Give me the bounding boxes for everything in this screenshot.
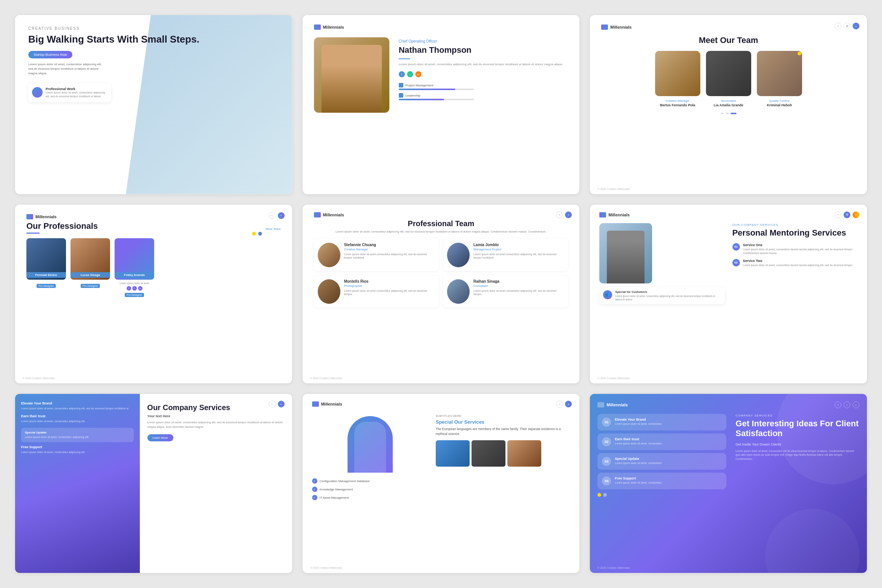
check-item-8b: ✓ Knowledge Management bbox=[312, 487, 428, 492]
arch-inner bbox=[354, 422, 386, 473]
card-desc-9d: Lorem ipsum dolor sit amet, consectetur bbox=[615, 481, 662, 485]
s-icon-3[interactable]: in bbox=[138, 286, 142, 291]
top-icons-4: ○ • bbox=[269, 212, 285, 219]
s-icon-1[interactable]: f bbox=[127, 286, 131, 291]
slide-8: Millennials ○ • ✓ Configuration Manageme… bbox=[303, 394, 580, 573]
prof-desc: Lorem ipsum dolor sit amet, consectetur … bbox=[46, 91, 107, 98]
skill-track-2 bbox=[399, 99, 474, 100]
slide-9: Millennials f ○ • 01 Elevate Your Brand … bbox=[590, 394, 867, 573]
member-name-1: Bertus Fernando Pola bbox=[655, 103, 700, 107]
role-5a: Creative Manager bbox=[344, 248, 435, 251]
slide-7-title: Our Company Services bbox=[147, 403, 285, 412]
icon-8b[interactable]: • bbox=[565, 401, 572, 407]
logo-text-8: Millennials bbox=[321, 402, 342, 406]
icon-filled-4[interactable]: • bbox=[278, 212, 285, 219]
dot-yellow-3 bbox=[798, 52, 801, 55]
more-team[interactable]: More Team bbox=[266, 227, 281, 231]
service-item-6a: 01 Service One Lorem ipsum dolor sit ame… bbox=[732, 243, 858, 255]
company-label-9: COMPANY SERVICES bbox=[736, 414, 859, 417]
member-card-5a: Stefannie Chuang Creative Manager Lorem … bbox=[314, 239, 439, 271]
customer-card-6: 👥 Special for Customers Lorem ipsum dolo… bbox=[599, 287, 724, 304]
slide-3-logo-bar: Millennials bbox=[601, 24, 856, 30]
role-title: Chief Operating Officer bbox=[399, 39, 568, 43]
icon-dot[interactable]: • bbox=[853, 23, 859, 29]
member-photo-1 bbox=[655, 51, 700, 96]
check-text-8c: IT Asset Management bbox=[320, 496, 349, 499]
slide-6-footer: © 2020 Creative Millennials bbox=[597, 377, 629, 380]
icon-filled-6[interactable]: ⚙ bbox=[844, 211, 850, 218]
divider bbox=[399, 58, 410, 59]
s-icon-2[interactable]: t bbox=[132, 286, 137, 291]
sub-title-8: Special Our Services bbox=[436, 419, 570, 425]
icon-7a: ○ bbox=[269, 401, 276, 407]
page-dot-active[interactable] bbox=[730, 113, 737, 114]
slide-9-left: 01 Elevate Your Brand Lorem ipsum dolor … bbox=[597, 414, 726, 497]
member-info-5a: Stefannie Chuang Creative Manager Lorem … bbox=[344, 243, 435, 260]
desc-text-9: Lorem ipsum dolor sit amet, consectetur … bbox=[736, 449, 859, 461]
arch-shape bbox=[348, 416, 393, 473]
dot-y-9 bbox=[597, 493, 601, 497]
member-name-3: Kriminal Heboh bbox=[757, 103, 802, 107]
social-fb[interactable]: f bbox=[399, 71, 405, 77]
icon-7b[interactable]: • bbox=[278, 401, 285, 407]
photo-5b bbox=[447, 243, 470, 267]
slide-1-title: Big Walking Starts With Small Steps. bbox=[28, 34, 279, 45]
photo-5d bbox=[447, 279, 470, 304]
slide-2-content: Chief Operating Officer Nathan Thompson … bbox=[314, 37, 568, 185]
logo-icon-4 bbox=[26, 214, 33, 219]
dot-w-9 bbox=[603, 493, 607, 497]
title-line-4 bbox=[26, 233, 40, 234]
icon-gear[interactable]: ⚙ bbox=[844, 23, 850, 29]
top-icons-8: ○ • bbox=[556, 401, 572, 407]
social-ig[interactable]: in bbox=[415, 71, 421, 77]
skill-fill-1 bbox=[399, 89, 455, 90]
pagination-3 bbox=[601, 113, 856, 114]
social-tw[interactable]: t bbox=[407, 71, 413, 77]
slide-7-item-1-desc: Lorem ipsum dolor sit amet, consectetur … bbox=[21, 407, 134, 410]
slide-5-desc: Lorem ipsum dolor sit amet, consectetur … bbox=[314, 230, 568, 233]
slide-6-content: 👥 Special for Customers Lorem ipsum dolo… bbox=[599, 223, 858, 304]
slide-1-btn[interactable]: Startup Business Now bbox=[28, 51, 72, 58]
sub-label-8: SUBTITLES HERE bbox=[436, 414, 570, 418]
card-num-9a: 01 bbox=[602, 418, 611, 427]
icon-circle-6: ○ bbox=[835, 211, 841, 218]
page-dot-1[interactable] bbox=[721, 113, 724, 114]
learn-btn-7[interactable]: Learn More bbox=[147, 434, 173, 441]
role-4a: Pro Designer bbox=[37, 284, 56, 288]
slide-7-special-title: Special Update bbox=[25, 431, 130, 434]
prof-title: Professional Work bbox=[46, 87, 107, 91]
card-desc-9b: Lorem ipsum dolor sit amet, consectetur bbox=[615, 442, 662, 446]
dot-blue-4 bbox=[258, 232, 262, 236]
skill-track-1 bbox=[399, 89, 474, 90]
service-card-9b: 02 Earn their trust Lorem ipsum dolor si… bbox=[597, 433, 726, 450]
slide-9-right: COMPANY SERVICES Get Interesting Ideas F… bbox=[734, 414, 859, 497]
slide-1-prof: Professional Work Lorem ipsum dolor sit … bbox=[28, 83, 111, 102]
skill-icon bbox=[399, 83, 403, 87]
icon-circle-5: ○ bbox=[556, 211, 563, 218]
slide-7-item-2-desc: Lorem ipsum dolor sit amet, consectetur … bbox=[21, 420, 134, 423]
desc-5b: Lorem ipsum dolor sit amet consectetur a… bbox=[473, 253, 564, 260]
service-desc-6a: Lorem ipsum dolor sit amet, consectetur … bbox=[743, 248, 858, 255]
logo-text-5: Millennials bbox=[323, 213, 344, 217]
slide-2: Millennials Chief Operating Officer Nath… bbox=[303, 15, 580, 194]
logo-text-4: Millennials bbox=[35, 214, 57, 219]
slide-8-items: ✓ Configuration Management Database ✓ Kn… bbox=[312, 478, 428, 500]
logo-icon-9 bbox=[597, 402, 604, 407]
icon-9c[interactable]: • bbox=[853, 401, 859, 408]
company-label-6: OUR COMPANY SERVICES bbox=[732, 223, 858, 227]
slide-3-title: Meet Our Team bbox=[601, 35, 856, 45]
desc-5d: Lorem ipsum dolor sit amet consectetur a… bbox=[473, 289, 564, 297]
slide-8-logo-bar: Millennials bbox=[312, 401, 570, 407]
slide-7-item-4-title: Free Support bbox=[21, 445, 134, 449]
icon-9b[interactable]: ○ bbox=[844, 401, 850, 408]
icon-filled-5[interactable]: • bbox=[565, 211, 572, 218]
thumb-8c bbox=[507, 440, 541, 467]
logo-icon bbox=[314, 24, 321, 30]
slide-9-layout: 01 Elevate Your Brand Lorem ipsum dolor … bbox=[597, 414, 859, 497]
page-dot-2[interactable] bbox=[726, 113, 729, 114]
slide-5-logo-bar: Millennials bbox=[314, 212, 568, 217]
role-4b: Pro Designer bbox=[81, 284, 100, 288]
card-num-9b: 02 bbox=[602, 437, 611, 446]
icon-orange-6[interactable]: • bbox=[853, 211, 859, 218]
member-3: Quality Control Kriminal Heboh bbox=[757, 51, 802, 107]
